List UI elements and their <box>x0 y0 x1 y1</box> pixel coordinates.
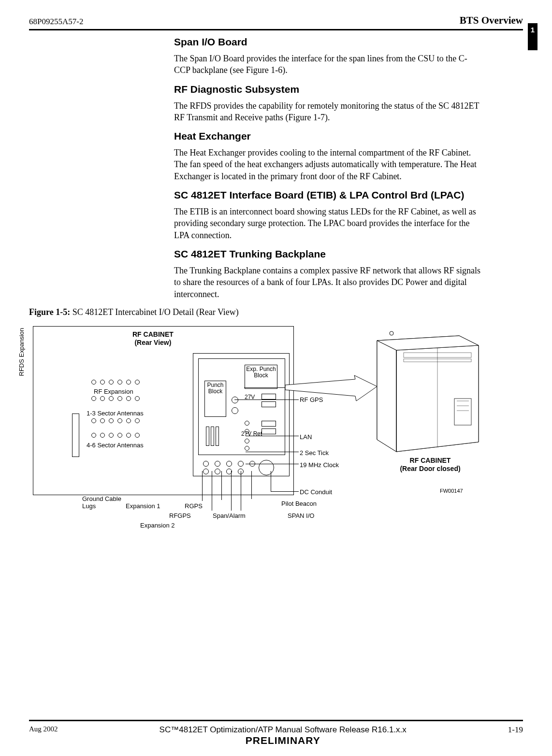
page-header: 68P09255A57-2 BTS Overview <box>29 14 523 30</box>
left-title-line2: (Rear View) <box>132 339 174 347</box>
heading-span-io: Span I/O Board <box>174 36 523 48</box>
header-title: BTS Overview <box>460 14 523 27</box>
callout-spanalarm: Span/Alarm <box>213 512 246 519</box>
left-diagram: RF CABINET (Rear View) RFDS Expansion RF… <box>33 326 294 495</box>
rf-expansion-label: RF Expansion <box>94 388 133 395</box>
footer-preliminary: PRELIMINARY <box>58 735 508 746</box>
callout-exp2: Expansion 2 <box>140 522 175 529</box>
sector46-label: 4-6 Sector Antennas <box>87 442 144 449</box>
rfds-expansion-label: RFDS Expansion <box>18 328 25 376</box>
heading-heat-exchanger: Heat Exchanger <box>174 130 523 142</box>
heading-rf-diagnostic: RF Diagnostic Subsystem <box>174 84 523 95</box>
footer-page-number: 1-19 <box>508 725 523 735</box>
para-trunking-backplane: The Trunking Backplane contains a comple… <box>174 265 483 300</box>
callout-dcconduit: DC Conduit <box>300 488 332 496</box>
cabinet-title: RF CABINET (Rear Door closed) <box>387 456 474 473</box>
left-diagram-title: RF CABINET (Rear View) <box>132 330 174 347</box>
exp-punch-block-label: Exp. Punch Block <box>246 366 276 379</box>
footer-date: Aug 2002 <box>29 725 58 733</box>
callout-exp1: Expansion 1 <box>126 502 160 510</box>
figure-label: Figure 1-5: <box>29 307 70 317</box>
callout-pilot: Pilot Beacon <box>281 500 317 507</box>
svg-marker-3 <box>377 341 396 452</box>
para-rf-diagnostic: The RFDS provides the capability for rem… <box>174 100 483 124</box>
svg-point-10 <box>390 331 393 335</box>
heading-etib-lpac: SC 4812ET Interface Board (ETIB) & LPA C… <box>174 189 523 201</box>
para-etib-lpac: The ETIB is an interconnect board showin… <box>174 206 483 241</box>
callout-rfgps2: RFGPS <box>169 512 191 519</box>
heading-trunking-backplane: SC 4812ET Trunking Backplane <box>174 248 523 260</box>
chapter-tab-spacer <box>528 37 537 50</box>
para-heat-exchanger: The Heat Exchanger provides cooling to t… <box>174 147 483 182</box>
inner-right-frame: Punch Block Exp. Punch Block 27V 27V Ret <box>193 353 290 476</box>
callout-groundlugs: Ground Cable Lugs <box>82 495 126 510</box>
cabinet-3d-icon <box>367 326 493 461</box>
cabinet-title-line1: RF CABINET <box>387 456 474 465</box>
figure-caption-text: SC 4812ET Intercabinet I/O Detail (Rear … <box>70 307 239 317</box>
footer-title: SC™4812ET Optimization/ATP Manual Softwa… <box>58 725 508 735</box>
callout-2sec: 2 Sec Tick <box>300 449 329 456</box>
header-doc-number: 68P09255A57-2 <box>29 17 83 27</box>
leader-arrow-icon <box>283 374 379 413</box>
left-title-line1: RF CABINET <box>132 330 174 339</box>
content-area: Span I/O Board The Span I/O Board provid… <box>29 36 523 720</box>
punch-block-label: Punch Block <box>207 382 223 395</box>
punch-block: Punch Block <box>204 381 226 417</box>
callout-19mhz: 19 MHz Clock <box>300 461 339 469</box>
inner-right-inner: Punch Block Exp. Punch Block 27V 27V Ret <box>198 358 285 455</box>
exp-punch-block: Exp. Punch Block <box>245 365 277 389</box>
chapter-tab: 1 <box>528 23 537 37</box>
figure-container: RF CABINET (Rear View) RFDS Expansion RF… <box>29 326 522 548</box>
callout-lan: LAN <box>300 433 312 441</box>
fw-label: FW00147 <box>440 488 463 494</box>
callout-rgps: RGPS <box>185 502 203 510</box>
inner-left-box: RF Expansion 1-3 Sector Antennas 4-6 Sec… <box>67 380 186 464</box>
page-footer: Aug 2002 SC™4812ET Optimization/ATP Manu… <box>29 720 523 746</box>
cabinet-title-line2: (Rear Door closed) <box>387 465 474 473</box>
sector13-label: 1-3 Sector Antennas <box>87 410 144 417</box>
callout-spanio: SPAN I/O <box>288 512 314 519</box>
para-span-io: The Span I/O Board provides the interfac… <box>174 53 483 76</box>
